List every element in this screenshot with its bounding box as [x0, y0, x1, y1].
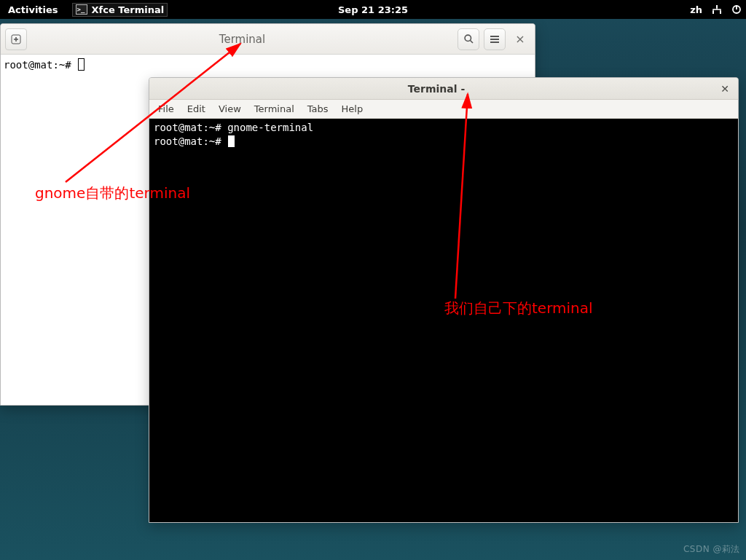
text-cursor	[78, 58, 85, 71]
prompt: root@mat:~#	[154, 122, 221, 133]
watermark: CSDN @莉法	[683, 543, 740, 556]
power-icon[interactable]	[731, 4, 742, 15]
menu-edit[interactable]: Edit	[181, 102, 211, 116]
prompt: root@mat:~#	[4, 59, 71, 71]
xfce-titlebar[interactable]: Terminal - ✕	[149, 78, 738, 100]
close-button[interactable]: ×	[510, 29, 530, 50]
search-button[interactable]	[458, 28, 479, 50]
input-method-indicator[interactable]: zh	[690, 4, 702, 15]
svg-rect-0	[716, 5, 718, 8]
window-title: Terminal	[31, 33, 453, 46]
terminal-icon: >_	[76, 4, 87, 15]
network-icon[interactable]	[711, 4, 723, 15]
close-button[interactable]: ✕	[718, 82, 732, 96]
menu-help[interactable]: Help	[336, 102, 369, 116]
svg-line-9	[470, 41, 473, 44]
active-app-indicator[interactable]: >_ Xfce Terminal	[72, 3, 168, 17]
prompt: root@mat:~#	[154, 135, 221, 147]
text-cursor	[228, 135, 235, 147]
window-title: Terminal -	[155, 83, 718, 95]
menu-view[interactable]: View	[213, 102, 247, 116]
active-app-name: Xfce Terminal	[92, 4, 165, 15]
menu-tabs[interactable]: Tabs	[302, 102, 334, 116]
svg-point-8	[465, 35, 471, 41]
command-text: gnome-terminal	[227, 122, 313, 133]
hamburger-menu-button[interactable]	[484, 28, 506, 50]
gnome-terminal-titlebar[interactable]: Terminal ×	[1, 24, 535, 55]
menu-file[interactable]: File	[152, 102, 180, 116]
xfce-terminal-window[interactable]: Terminal - ✕ File Edit View Terminal Tab…	[149, 77, 739, 523]
new-tab-button[interactable]	[5, 28, 27, 50]
xfce-terminal-body[interactable]: root@mat:~# gnome-terminal root@mat:~#	[149, 119, 738, 522]
menu-terminal[interactable]: Terminal	[248, 102, 300, 116]
xfce-menubar: File Edit View Terminal Tabs Help	[149, 100, 738, 119]
clock[interactable]: Sep 21 23:25	[338, 4, 408, 15]
activities-button[interactable]: Activities	[4, 4, 62, 16]
gnome-top-panel: Activities >_ Xfce Terminal Sep 21 23:25…	[0, 0, 746, 19]
